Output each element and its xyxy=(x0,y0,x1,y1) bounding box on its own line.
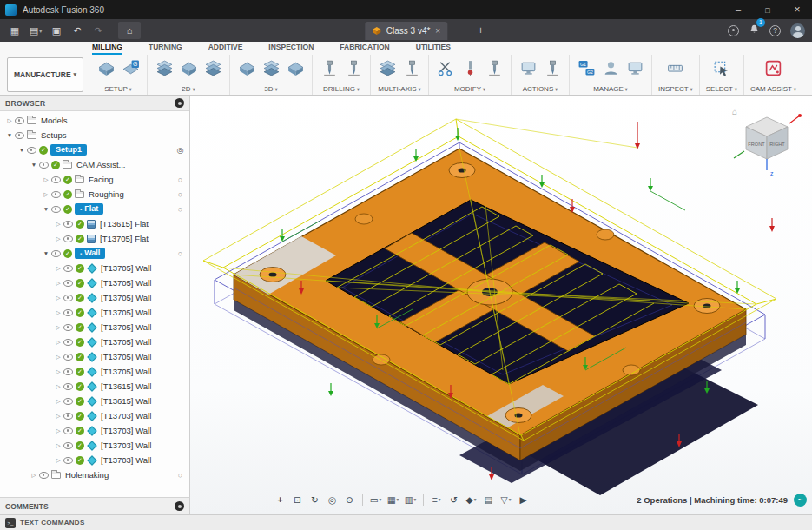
tree-row[interactable]: [T13703] Wall xyxy=(0,423,189,438)
visibility-eye-icon[interactable] xyxy=(38,471,50,479)
grid-and-snaps-icon[interactable]: ▦▾ xyxy=(386,493,400,507)
visibility-eye-icon[interactable] xyxy=(50,205,62,213)
tree-row[interactable]: [T13705] Flat xyxy=(0,231,189,246)
document-tab-close-icon[interactable]: × xyxy=(435,26,440,36)
expand-arrow-icon[interactable] xyxy=(42,250,50,256)
tree-row[interactable]: [T13705] Wall xyxy=(0,261,189,275)
visibility-eye-icon[interactable] xyxy=(14,131,25,139)
user-avatar[interactable] xyxy=(790,23,805,38)
expand-arrow-icon[interactable] xyxy=(42,176,50,183)
node-label[interactable]: [T13705] Wall xyxy=(101,263,151,273)
expand-arrow-icon[interactable] xyxy=(54,413,63,420)
expand-arrow-icon[interactable] xyxy=(54,235,63,242)
tab-utilities[interactable]: UTILITIES xyxy=(416,43,451,55)
tree-row[interactable]: Setup1 xyxy=(0,142,189,157)
close-button[interactable] xyxy=(782,0,812,19)
minimize-button[interactable] xyxy=(723,0,753,19)
orbit-icon[interactable]: ↻ xyxy=(307,493,322,507)
assistant-feedback-icon[interactable] xyxy=(794,494,807,507)
tree-row[interactable]: Roughing xyxy=(0,187,189,202)
group-drilling-label[interactable]: DRILLING xyxy=(323,85,360,93)
expand-arrow-icon[interactable] xyxy=(54,309,63,316)
visibility-eye-icon[interactable] xyxy=(63,382,74,390)
drill-icon[interactable] xyxy=(319,57,340,79)
regenerate-icon[interactable]: ↺ xyxy=(446,493,461,507)
tab-turning[interactable]: TURNING xyxy=(149,43,182,55)
node-label[interactable]: [T13705] Flat xyxy=(100,234,149,243)
ncprograms-icon[interactable] xyxy=(576,57,597,79)
2d-contour-icon[interactable] xyxy=(202,57,223,79)
node-label[interactable]: [T13615] Wall xyxy=(101,381,151,391)
home-tab-button[interactable]: ⌂ xyxy=(118,22,141,39)
node-label[interactable]: [T13705] Wall xyxy=(101,337,151,347)
expand-arrow-icon[interactable] xyxy=(5,117,14,124)
visibility-eye-icon[interactable] xyxy=(63,264,74,272)
node-label[interactable]: [T13705] Wall xyxy=(101,322,151,332)
text-commands-bar[interactable]: TEXT COMMANDS xyxy=(0,514,812,530)
node-label[interactable]: [T13703] Wall xyxy=(101,426,151,435)
visibility-eye-icon[interactable] xyxy=(63,220,74,228)
node-label[interactable]: [T13615] Wall xyxy=(101,396,151,406)
tree-row[interactable]: [T13705] Wall xyxy=(0,364,189,379)
multi-axis-contour-icon[interactable] xyxy=(401,57,422,79)
comments-icon[interactable] xyxy=(175,501,184,511)
node-label[interactable]: [T13703] Wall xyxy=(101,455,151,465)
visibility-eye-icon[interactable] xyxy=(63,368,74,375)
visibility-eye-icon[interactable] xyxy=(63,323,74,331)
expand-arrow-icon[interactable] xyxy=(30,472,38,479)
node-label[interactable]: CAM Assist... xyxy=(76,160,125,169)
node-label[interactable]: [T13703] Wall xyxy=(101,441,151,450)
new-setup-icon[interactable] xyxy=(96,57,116,79)
visibility-eye-icon[interactable] xyxy=(63,308,74,316)
group-inspect-label[interactable]: INSPECT xyxy=(658,85,693,93)
redo-button[interactable]: ↷ xyxy=(89,22,108,39)
toolpath-steps-icon[interactable]: ≡▾ xyxy=(429,493,444,507)
tree-row[interactable]: [T13705] Wall xyxy=(0,320,189,335)
workspace-selector-button[interactable]: MANUFACTURE xyxy=(7,57,83,92)
2d-adaptive-icon[interactable] xyxy=(154,57,175,79)
machine-library-icon[interactable] xyxy=(624,57,645,79)
simulate-play-icon[interactable]: ▶ xyxy=(516,493,531,507)
expand-arrow-icon[interactable] xyxy=(42,206,50,212)
tool-library-icon[interactable] xyxy=(600,57,621,79)
expand-arrow-icon[interactable] xyxy=(54,221,63,228)
visibility-eye-icon[interactable] xyxy=(50,249,62,257)
visibility-eye-icon[interactable] xyxy=(50,190,62,198)
node-label[interactable]: Roughing xyxy=(89,189,124,199)
browser-options-icon[interactable] xyxy=(175,98,184,108)
cam-assist-icon[interactable] xyxy=(763,57,784,79)
visibility-eye-icon[interactable] xyxy=(63,412,74,420)
viewports-icon[interactable]: ▥▾ xyxy=(403,493,418,507)
tab-fabrication[interactable]: FABRICATION xyxy=(340,43,389,55)
node-label[interactable]: Facing xyxy=(89,175,114,184)
document-tab[interactable]: Class 3 v4* × xyxy=(365,22,447,40)
zoom-icon[interactable]: ⊙ xyxy=(342,493,357,507)
group-2d-label[interactable]: 2D xyxy=(182,85,195,93)
expand-arrow-icon[interactable] xyxy=(54,324,63,331)
expand-arrow-icon[interactable] xyxy=(54,280,63,287)
tree-row[interactable]: [T13615] Wall xyxy=(0,394,189,408)
group-modify-label[interactable]: MODIFY xyxy=(454,85,485,93)
new-tab-button[interactable] xyxy=(474,24,488,38)
comments-bar[interactable]: COMMENTS xyxy=(0,497,190,514)
tree-row[interactable]: [T13705] Wall xyxy=(0,275,189,290)
visibility-eye-icon[interactable] xyxy=(63,397,74,405)
tree-row[interactable]: [T13615] Flat xyxy=(0,216,189,231)
setup-gcode-icon[interactable] xyxy=(120,57,141,79)
viewcube[interactable]: ⌂ FRONT RIGHT z xyxy=(725,101,805,181)
node-label[interactable]: [T13615] Flat xyxy=(100,219,149,229)
tree-row[interactable]: [T13705] Wall xyxy=(0,349,189,364)
expand-arrow-icon[interactable] xyxy=(54,295,63,301)
select-icon[interactable] xyxy=(711,57,732,79)
post-process-icon[interactable] xyxy=(542,57,563,79)
tree-row[interactable]: [T13705] Wall xyxy=(0,305,189,320)
expand-arrow-icon[interactable] xyxy=(5,132,14,138)
group-select-label[interactable]: SELECT xyxy=(706,85,737,93)
tree-row[interactable]: Holemaking xyxy=(0,467,189,482)
tab-additive[interactable]: ADDITIVE xyxy=(208,43,243,55)
probe-geometry-icon[interactable] xyxy=(459,57,480,79)
node-label[interactable]: [T13703] Wall xyxy=(101,411,151,421)
node-label[interactable]: Models xyxy=(41,116,68,125)
group-cam-assist-label[interactable]: CAM ASSIST xyxy=(750,85,796,93)
tree-row[interactable]: Flat xyxy=(0,202,189,216)
